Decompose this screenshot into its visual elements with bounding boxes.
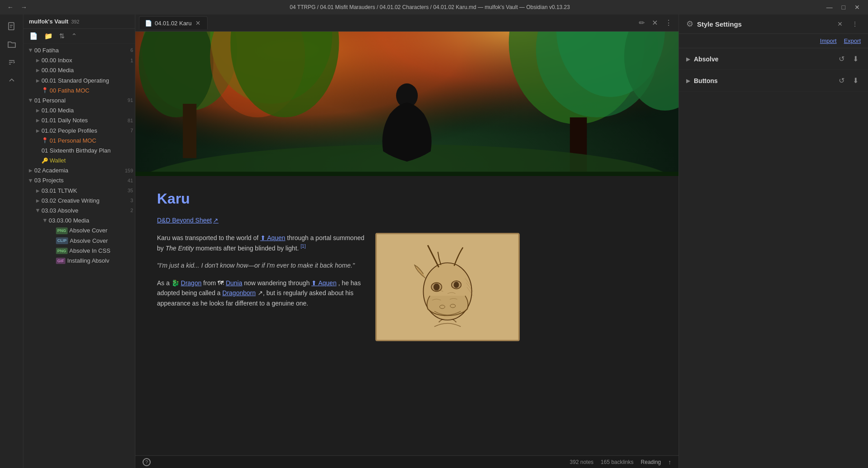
right-panel-title: Style Settings (697, 20, 742, 28)
tree-folder-00-standard[interactable]: ▶ 00.01 Standard Operating (23, 76, 135, 86)
sync-icon[interactable]: ↑ (668, 459, 671, 466)
tree-file-absolve-cover-png[interactable]: ▶ PNG Absolve Cover (23, 226, 135, 236)
tree-folder-01-people[interactable]: ▶ 01.02 People Profiles 7 (23, 126, 135, 136)
buttons-download-button[interactable]: ⬇ (850, 75, 861, 86)
vault-name: mulfok's Vault (29, 18, 69, 25)
settings-gear-icon: ⚙ (686, 19, 693, 29)
hero-image (135, 32, 679, 176)
tree-file-absolve-in-css[interactable]: ▶ PNG Absolve In CSS (23, 246, 135, 256)
back-button[interactable]: ← (5, 3, 15, 12)
character-sketch (375, 233, 520, 341)
absolve-download-button[interactable]: ⬇ (850, 54, 861, 64)
dunia-link[interactable]: Dunia (226, 279, 242, 287)
pin-icon: 📍 (42, 87, 48, 94)
main-container: mulfok's Vault 392 📄 📁 ⇅ ⌃ ▶ 00 Fatiha 6… (0, 14, 868, 468)
absolve-section: ▶ Absolve ↺ ⬇ (679, 48, 868, 70)
tree-folder-01-media[interactable]: ▶ 01.00 Media (23, 106, 135, 116)
note-body: Karu was transported to the world of ⬆ A… (157, 233, 520, 341)
tree-file-01-birthday[interactable]: ▶ 01 Sixteenth Birthday Plan (23, 146, 135, 156)
close-window-button[interactable]: ✕ (852, 3, 863, 12)
more-tab-options-button[interactable]: ⋮ (662, 17, 675, 28)
buttons-section-header[interactable]: ▶ Buttons ↺ ⬇ (679, 70, 868, 91)
editor-tab-karu[interactable]: 📄 04.01.02 Karu ✕ (139, 16, 208, 29)
minimize-button[interactable]: — (824, 3, 836, 12)
maximize-button[interactable]: □ (839, 3, 848, 12)
buttons-reset-button[interactable]: ↺ (836, 75, 847, 86)
section-left: ▶ Absolve (686, 56, 718, 63)
collapse-all-button[interactable]: ⌃ (69, 31, 79, 42)
tab-title: 04.01.02 Karu (155, 20, 192, 27)
tree-folder-03-tltwk[interactable]: ▶ 03.01 TLTWK 35 (23, 186, 135, 196)
para-2: As a 🐉 Dragon from 🗺 Dunia now wandering… (157, 278, 365, 308)
aquen-link-1[interactable]: ⬆ Aquen (260, 234, 286, 241)
hero-scene-svg (135, 32, 679, 176)
svg-point-31 (454, 282, 459, 288)
status-bar: ? 392 notes 165 backlinks Reading ↑ (135, 455, 679, 468)
tree-file-wallet[interactable]: ▶ 🔑 Wallet (23, 156, 135, 166)
expand-arrow: ▶ (34, 77, 42, 84)
tree-file-installing-absolv[interactable]: ▶ GIF Installing Absolv (23, 256, 135, 266)
expand-arrow: ▶ (42, 217, 49, 224)
status-left: ? (143, 458, 151, 466)
note-title: Karu (157, 190, 520, 207)
new-folder-button[interactable]: 📁 (42, 31, 55, 42)
expand-arrow: ▶ (34, 127, 42, 134)
tab-file-icon: 📄 (145, 20, 152, 27)
export-button[interactable]: Export (844, 37, 861, 44)
vault-header: mulfok's Vault 392 (23, 14, 135, 29)
clip-badge: CLIP (56, 237, 68, 244)
dnd-link[interactable]: D&D Beyond Sheet ↗ (157, 216, 520, 233)
tree-folder-01-personal[interactable]: ▶ 01 Personal 91 (23, 96, 135, 106)
help-icon-button[interactable]: ? (143, 458, 151, 466)
absolve-reset-button[interactable]: ↺ (836, 54, 847, 64)
tree-folder-01-daily[interactable]: ▶ 01.01 Daily Notes 81 (23, 116, 135, 125)
new-file-button[interactable] (4, 18, 20, 34)
absolve-section-header[interactable]: ▶ Absolve ↺ ⬇ (679, 48, 868, 70)
tree-folder-03-absolve[interactable]: ▶ 03.03 Absolve 2 (23, 206, 135, 216)
dragonborn-link[interactable]: Dragonborn (222, 289, 256, 297)
tree-folder-00-media[interactable]: ▶ 00.00 Media (23, 65, 135, 75)
expand-arrow: ▶ (34, 57, 42, 64)
open-folder-button[interactable] (4, 36, 20, 52)
new-note-button[interactable]: 📄 (27, 31, 40, 42)
import-button[interactable]: Import (820, 37, 837, 44)
tree-file-absolve-cover-clip[interactable]: ▶ CLIP Absolve Cover (23, 236, 135, 246)
svg-rect-22 (135, 172, 679, 176)
window-controls: — □ ✕ (824, 3, 863, 12)
expand-arrow: ▶ (27, 47, 34, 54)
dragon-link[interactable]: Dragon (181, 279, 202, 287)
vault-info: mulfok's Vault 392 (29, 18, 79, 25)
vault-count: 392 (71, 19, 79, 24)
tab-close-button[interactable]: ✕ (194, 19, 202, 27)
tree-folder-absolve-media[interactable]: ▶ 03.03.00 Media (23, 216, 135, 226)
tree-folder-03-projects[interactable]: ▶ 03 Projects 41 (23, 176, 135, 185)
reading-mode[interactable]: Reading (641, 459, 661, 465)
dnd-beyond-link[interactable]: D&D Beyond Sheet ↗ (157, 217, 218, 224)
sort-button[interactable] (4, 54, 20, 70)
svg-point-29 (434, 283, 440, 291)
tree-folder-02-academia[interactable]: ▶ 02 Academia 159 (23, 166, 135, 176)
expand-arrow: ▶ (34, 197, 42, 204)
tree-folder-00-fatiha[interactable]: ▶ 00 Fatiha 6 (23, 46, 135, 56)
expand-arrow: ▶ (34, 187, 42, 195)
aquen-link-2[interactable]: ⬆ Aquen (311, 279, 337, 287)
forward-button[interactable]: → (19, 3, 29, 12)
edit-button[interactable]: ✏ (636, 17, 647, 28)
gif-badge: GIF (56, 258, 65, 264)
buttons-arrow-icon: ▶ (686, 78, 690, 84)
more-panel-options-button[interactable]: ⋮ (849, 19, 861, 29)
tree-folder-03-creative[interactable]: ▶ 03.02 Creative Writing 3 (23, 196, 135, 206)
svg-rect-12 (183, 104, 196, 158)
notes-count: 392 notes (570, 459, 594, 465)
close-tab-button[interactable]: ✕ (649, 17, 660, 28)
right-panel-title-row: ⚙ Style Settings (686, 19, 742, 29)
collapse-button[interactable] (4, 72, 20, 88)
tree-file-00-moc[interactable]: ▶ 📍 00 Fatiha MOC (23, 86, 135, 96)
tab-actions: ✏ ✕ ⋮ (636, 17, 675, 28)
expand-arrow: ▶ (34, 67, 42, 74)
close-panel-button[interactable]: ✕ (835, 19, 845, 29)
sort-files-button[interactable]: ⇅ (57, 31, 67, 42)
tree-folder-00-inbox[interactable]: ▶ 00.00 Inbox 1 (23, 56, 135, 65)
tree-file-01-personal-moc[interactable]: ▶ 📍 01 Personal MOC (23, 136, 135, 146)
buttons-section-name: Buttons (694, 77, 718, 84)
